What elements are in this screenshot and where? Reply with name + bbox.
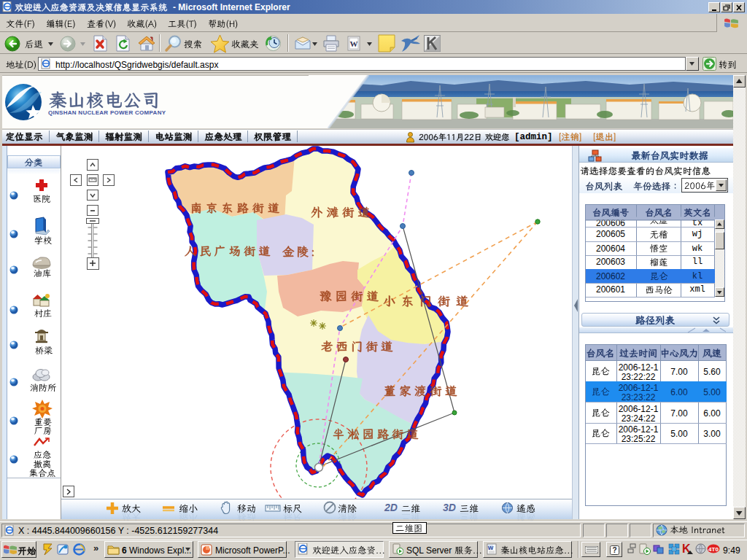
svg-text:4T0: 4T0 <box>708 546 719 553</box>
svg-text:?: ? <box>612 546 616 554</box>
svg-text:W: W <box>488 545 494 551</box>
svg-text:W: W <box>350 39 358 48</box>
